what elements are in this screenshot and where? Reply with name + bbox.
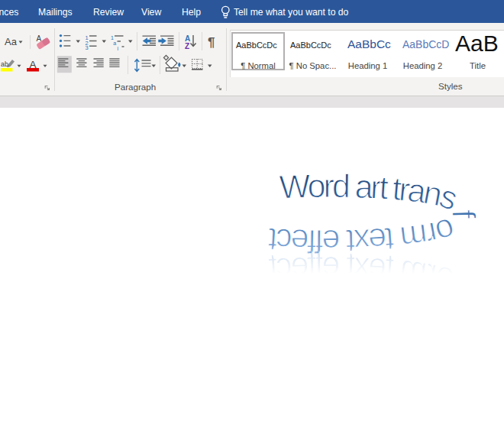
svg-text:Word art transform text effect: Word art transform text effect bbox=[267, 245, 483, 337]
